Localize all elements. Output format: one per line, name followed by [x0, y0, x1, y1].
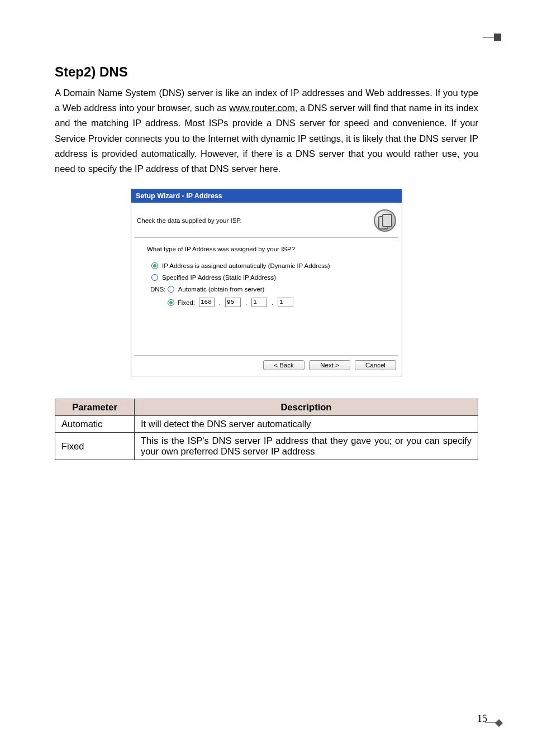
table-header-row: Parameter Description — [55, 399, 478, 416]
radio-icon — [168, 286, 174, 293]
wizard-titlebar: Setup Wizard - IP Address — [131, 189, 402, 203]
radio-dns-fixed[interactable]: Fixed: 168.95.1.1 — [168, 298, 294, 307]
network-icon — [374, 209, 396, 232]
radio-icon — [168, 299, 174, 306]
wizard-button-row: < Back Next > Cancel — [131, 356, 402, 376]
back-button[interactable]: < Back — [263, 360, 304, 370]
radio-icon — [151, 262, 158, 269]
fixed-label: Fixed: — [178, 299, 195, 306]
radio-dns-automatic[interactable]: Automatic (obtain from server) — [168, 286, 294, 293]
table-row: Fixed This is the ISP's DNS server IP ad… — [55, 433, 478, 460]
cell-param: Automatic — [55, 416, 135, 433]
radio-dynamic-ip[interactable]: IP Address is assigned automatically (Dy… — [151, 262, 388, 269]
setup-wizard-dialog: Setup Wizard - IP Address Check the data… — [131, 189, 402, 376]
cell-desc: This is the ISP's DNS server IP address … — [135, 433, 478, 460]
dns-label: DNS: — [150, 286, 165, 293]
wizard-question: What type of IP Address was assigned by … — [147, 246, 388, 252]
body-paragraph: A Domain Name System (DNS) server is lik… — [55, 85, 478, 176]
wizard-body: What type of IP Address was assigned by … — [131, 238, 402, 355]
cell-param: Fixed — [55, 433, 135, 460]
wizard-subtitle-row: Check the data supplied by your ISP. — [131, 203, 402, 237]
parameter-table: Parameter Description Automatic It will … — [55, 399, 478, 460]
wizard-subtitle: Check the data supplied by your ISP. — [137, 217, 242, 224]
example-link: www.router.com — [229, 103, 294, 113]
radio-static-ip[interactable]: Specified IP Address (Static IP Address) — [151, 274, 388, 281]
crop-mark-top — [494, 34, 503, 42]
radio-label: IP Address is assigned automatically (Dy… — [162, 262, 330, 269]
ip-octet-2[interactable]: 95 — [225, 298, 241, 307]
header-description: Description — [135, 399, 478, 416]
crop-mark-bottom — [495, 719, 503, 727]
header-parameter: Parameter — [55, 399, 135, 416]
body-text-part2: , a DNS server will find that name in it… — [55, 103, 478, 174]
radio-icon — [151, 274, 158, 281]
ip-octet-4[interactable]: 1 — [278, 298, 293, 307]
page-content: Step2) DNS A Domain Name System (DNS) se… — [0, 0, 533, 460]
step-heading: Step2) DNS — [55, 64, 478, 80]
ip-octet-3[interactable]: 1 — [251, 298, 267, 307]
radio-label: Specified IP Address (Static IP Address) — [162, 274, 276, 281]
cancel-button[interactable]: Cancel — [355, 360, 396, 370]
table-row: Automatic It will detect the DNS server … — [55, 416, 478, 433]
radio-label: Automatic (obtain from server) — [178, 286, 265, 293]
cell-desc: It will detect the DNS server automatica… — [135, 416, 478, 433]
ip-octet-1[interactable]: 168 — [199, 298, 215, 307]
next-button[interactable]: Next > — [309, 360, 350, 370]
